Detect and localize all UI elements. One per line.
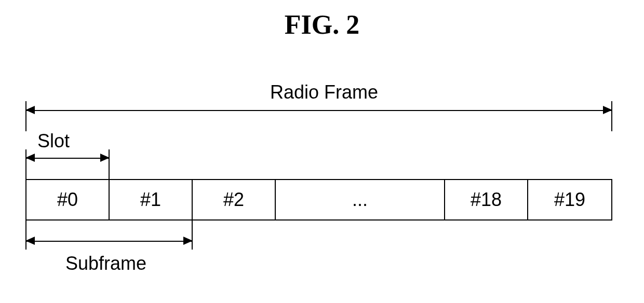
radio-frame-dimension-line (25, 110, 612, 111)
radio-frame-arrow-left-icon (25, 106, 35, 114)
subframe-arrow-right-icon (183, 237, 193, 245)
slot-arrow-right-icon (100, 154, 110, 162)
subframe-arrow-left-icon (25, 237, 35, 245)
slot-arrow-left-icon (25, 154, 35, 162)
slot-cell-19: #19 (528, 180, 611, 219)
subframe-left-tick (25, 219, 26, 250)
subframe-dimension-line (25, 241, 193, 242)
label-subframe: Subframe (65, 254, 146, 273)
figure-title: FIG. 2 (0, 9, 644, 40)
slot-cell-1: #1 (110, 180, 193, 219)
radio-frame-arrow-right-icon (603, 106, 612, 114)
slot-cell-0: #0 (26, 180, 110, 219)
subframe-right-tick (192, 219, 193, 250)
slots-row: #0 #1 #2 ... #18 #19 (25, 179, 612, 221)
slot-cell-2: #2 (193, 180, 276, 219)
slot-dimension-line (25, 158, 110, 159)
slot-cell-ellipsis: ... (276, 180, 445, 219)
label-radio-frame: Radio Frame (270, 83, 378, 102)
slot-cell-18: #18 (445, 180, 528, 219)
label-slot: Slot (37, 132, 70, 150)
